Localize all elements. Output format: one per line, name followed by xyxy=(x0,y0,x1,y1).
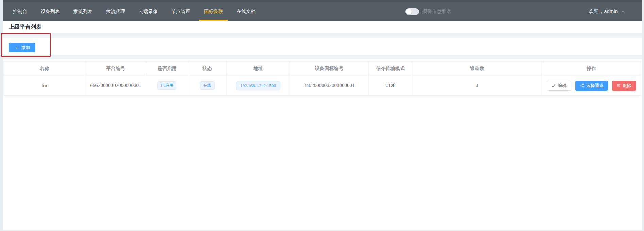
share-icon xyxy=(580,83,584,88)
spacer xyxy=(3,33,642,38)
user-menu[interactable]: 欢迎，admin xyxy=(589,2,625,21)
delete-button-label: 删除 xyxy=(623,83,631,89)
nav-item-gb-cascade-active[interactable]: 国标级联 xyxy=(197,2,230,21)
table-header-row: 名称 平台编号 是否启用 状态 地址 设备国标编号 信令传输模式 通道数 操作 xyxy=(4,62,641,76)
col-header-platform-id: 平台编号 xyxy=(85,62,146,76)
col-header-status: 状态 xyxy=(188,62,226,76)
row-actions: 编辑 选择通道 xyxy=(542,81,641,91)
add-button-label: 添加 xyxy=(21,45,30,51)
trash-icon xyxy=(616,83,621,88)
toggle-knob xyxy=(406,9,412,14)
col-header-channel-count: 通道数 xyxy=(412,62,542,76)
edit-button-label: 编辑 xyxy=(558,83,567,89)
nav-item-online-docs[interactable]: 在线文档 xyxy=(230,2,262,21)
select-channel-button[interactable]: 选择通道 xyxy=(575,81,608,91)
plus-icon: ＋ xyxy=(14,45,19,50)
nav-item-cloud-recording[interactable]: 云端录像 xyxy=(132,2,164,21)
page-title: 上级平台列表 xyxy=(9,23,41,31)
nav-item-node-management[interactable]: 节点管理 xyxy=(164,2,197,21)
col-header-enabled: 是否启用 xyxy=(146,62,188,76)
nav-item-console[interactable]: 控制台 xyxy=(6,2,34,21)
platform-table-card: 名称 平台编号 是否启用 状态 地址 设备国标编号 信令传输模式 通道数 操作 … xyxy=(3,59,642,230)
pencil-icon xyxy=(552,83,556,88)
top-nav: 控制台 设备列表 推流列表 拉流代理 云端录像 节点管理 国标级联 在线文档 报… xyxy=(3,0,642,21)
edit-button[interactable]: 编辑 xyxy=(547,81,571,91)
col-header-name: 名称 xyxy=(4,62,85,76)
chevron-down-icon xyxy=(621,9,625,14)
cell-name: lin xyxy=(4,76,85,96)
delete-button[interactable]: 删除 xyxy=(612,81,636,91)
status-badge: 在线 xyxy=(200,81,215,90)
alarm-push-label: 报警信息推送 xyxy=(422,9,451,15)
cell-transport-mode: UDP xyxy=(369,76,412,96)
welcome-text: 欢迎，admin xyxy=(589,8,618,15)
table-row: lin 66620000002000000001 已启用 在线 192.168.… xyxy=(4,76,641,96)
title-bar: 上级平台列表 xyxy=(3,21,642,33)
cell-channel-count: 0 xyxy=(412,76,542,96)
address-tag: 192.168.1.242:1506 xyxy=(236,81,280,90)
cell-platform-id: 66620000002000000001 xyxy=(85,76,146,96)
col-header-transport-mode: 信令传输模式 xyxy=(369,62,412,76)
page-content: 控制台 设备列表 推流列表 拉流代理 云端录像 节点管理 国标级联 在线文档 报… xyxy=(3,0,642,230)
add-button[interactable]: ＋ 添加 xyxy=(9,43,35,52)
nav-item-push-stream-list[interactable]: 推流列表 xyxy=(67,2,99,21)
col-header-address: 地址 xyxy=(227,62,290,76)
spacer xyxy=(3,55,642,59)
select-channel-label: 选择通道 xyxy=(586,83,604,89)
enabled-badge: 已启用 xyxy=(157,81,176,90)
toolbar-card: ＋ 添加 xyxy=(3,38,642,55)
nav-item-pull-stream-proxy[interactable]: 拉流代理 xyxy=(99,2,132,21)
col-header-device-gb-id: 设备国标编号 xyxy=(290,62,369,76)
alarm-push-toggle[interactable] xyxy=(405,8,419,15)
nav-item-device-list[interactable]: 设备列表 xyxy=(34,2,67,21)
alarm-push-toggle-group: 报警信息推送 xyxy=(405,2,451,21)
cell-device-gb-id: 34020000002000000001 xyxy=(290,76,369,96)
platform-table: 名称 平台编号 是否启用 状态 地址 设备国标编号 信令传输模式 通道数 操作 … xyxy=(3,61,641,96)
col-header-operations: 操作 xyxy=(542,62,641,76)
